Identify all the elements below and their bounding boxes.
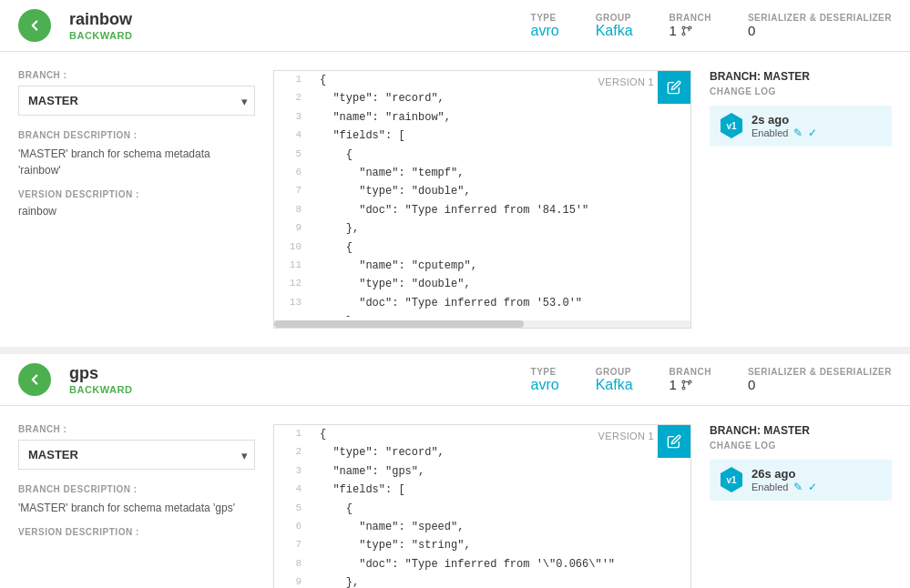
code-line: 11 "name": "cputemp", [274, 257, 690, 275]
meta-branch: BRANCH 1 [670, 367, 711, 392]
branch-label: BRANCH [670, 13, 711, 23]
serializer-label: SERIALIZER & DESERIALIZER [748, 13, 892, 23]
meta-type: TYPE avro [531, 13, 559, 39]
schema-name: gps [69, 364, 132, 384]
line-code: }, [311, 573, 690, 588]
schema-header: rainbow BACKWARD TYPE avro GROUP Kafka B… [0, 0, 910, 52]
edit-button[interactable] [658, 425, 690, 458]
line-code: "doc": "Type inferred from '53.0'" [311, 294, 690, 312]
line-number: 1 [274, 71, 311, 89]
schema-title-block: gps BACKWARD [69, 364, 132, 395]
version-edit-icon[interactable]: ✎ [793, 127, 803, 139]
change-log-label: CHANGE LOG [710, 86, 892, 96]
version-time: 2s ago [752, 113, 817, 127]
branch-master-label: BRANCH: MASTER [710, 70, 892, 83]
branch-value: 1 [670, 23, 693, 38]
branch-select-wrapper: MASTER ▾ [18, 440, 255, 470]
meta-type: TYPE avro [531, 367, 559, 393]
line-code: "doc": "Type inferred from '84.15'" [311, 201, 690, 219]
code-line: 5 { [274, 146, 690, 164]
line-number: 8 [274, 555, 311, 573]
branch-desc-label: BRANCH DESCRIPTION : [18, 130, 255, 140]
meta-branch: BRANCH 1 [670, 13, 711, 38]
version-entry: v1 26s ago Enabled ✎ ✓ [710, 460, 892, 501]
line-code: "fields": [ [311, 481, 690, 499]
left-panel: BRANCH : MASTER ▾ BRANCH DESCRIPTION : '… [18, 424, 255, 588]
line-code: "type": "record", [311, 89, 690, 107]
line-code: }, [311, 312, 690, 317]
line-number: 4 [274, 481, 311, 499]
code-line: 5 { [274, 500, 690, 518]
branch-desc-label: BRANCH DESCRIPTION : [18, 484, 255, 494]
version-badge: VERSION 1 [598, 431, 654, 441]
code-line: 8 "doc": "Type inferred from '\"0.066\"'… [274, 555, 690, 573]
group-label: GROUP [596, 367, 631, 377]
branch-icon [680, 379, 693, 391]
meta-group: TYPE avro GROUP Kafka BRANCH 1 [531, 13, 892, 39]
code-line: 4 "fields": [ [274, 481, 690, 499]
code-block: 1 { 2 "type": "record", 3 "name": "gps",… [274, 425, 690, 588]
line-code: "type": "double", [311, 182, 690, 200]
code-line: 8 "doc": "Type inferred from '84.15'" [274, 201, 690, 219]
schema-card-rainbow: rainbow BACKWARD TYPE avro GROUP Kafka B… [0, 0, 910, 347]
serializer-value: 0 [748, 377, 755, 392]
schema-name: rainbow [69, 10, 132, 30]
code-line: 6 "name": "tempf", [274, 164, 690, 182]
line-code: { [311, 500, 690, 518]
line-code: "name": "cputemp", [311, 257, 690, 275]
code-line: 4 "fields": [ [274, 127, 690, 145]
line-number: 5 [274, 500, 311, 518]
svg-point-5 [682, 387, 685, 390]
line-code: "name": "speed", [311, 518, 690, 536]
line-code: { [311, 238, 690, 257]
branch-select[interactable]: MASTER [18, 440, 255, 470]
change-log-label: CHANGE LOG [710, 441, 892, 451]
code-line: 9 }, [274, 219, 690, 238]
branch-field-label: BRANCH : [18, 70, 255, 80]
version-badge: VERSION 1 [598, 76, 654, 87]
code-panel: VERSION 1 1 { 2 "type": "record", 3 "nam… [273, 70, 691, 329]
line-number: 9 [274, 219, 311, 238]
version-link-icon[interactable]: ✓ [808, 481, 817, 493]
code-table: 1 { 2 "type": "record", 3 "name": "rainb… [274, 71, 690, 317]
edit-button[interactable] [658, 71, 690, 104]
type-value: avro [531, 23, 559, 39]
line-number: 3 [274, 462, 311, 481]
line-code: "name": "gps", [311, 462, 690, 481]
schema-title-block: rainbow BACKWARD [69, 10, 132, 41]
version-edit-icon[interactable]: ✎ [793, 481, 803, 493]
schema-body: BRANCH : MASTER ▾ BRANCH DESCRIPTION : '… [0, 52, 910, 347]
svg-point-3 [682, 380, 685, 383]
code-line: 6 "name": "speed", [274, 518, 690, 536]
code-line: 14 }, [274, 312, 690, 317]
meta-serializer: SERIALIZER & DESERIALIZER 0 [748, 13, 892, 38]
schema-body: BRANCH : MASTER ▾ BRANCH DESCRIPTION : '… [0, 406, 910, 588]
svg-point-0 [682, 26, 685, 29]
code-line: 3 "name": "rainbow", [274, 108, 690, 127]
line-number: 5 [274, 146, 311, 164]
code-line: 13 "doc": "Type inferred from '53.0'" [274, 294, 690, 312]
line-number: 1 [274, 425, 311, 443]
branch-select[interactable]: MASTER [18, 86, 255, 116]
line-number: 6 [274, 518, 311, 536]
meta-group: TYPE avro GROUP Kafka BRANCH 1 [531, 367, 892, 393]
code-line: 7 "type": "string", [274, 536, 690, 554]
line-code: "type": "string", [311, 536, 690, 554]
svg-point-2 [682, 33, 685, 35]
version-status: Enabled ✎ ✓ [752, 127, 817, 139]
code-scrollbar[interactable] [274, 320, 690, 328]
back-button[interactable] [18, 363, 51, 396]
line-code: "type": "double", [311, 275, 690, 293]
back-button[interactable] [18, 9, 51, 42]
code-line: 2 "type": "record", [274, 443, 690, 461]
version-link-icon[interactable]: ✓ [808, 127, 817, 139]
meta-group-item: GROUP Kafka [596, 367, 633, 393]
serializer-label: SERIALIZER & DESERIALIZER [748, 367, 892, 377]
line-code: "type": "record", [311, 443, 690, 461]
edit-icon [667, 434, 681, 449]
line-number: 4 [274, 127, 311, 145]
version-hex-badge: v1 [719, 467, 744, 492]
left-panel: BRANCH : MASTER ▾ BRANCH DESCRIPTION : '… [18, 70, 255, 329]
meta-group-item: GROUP Kafka [596, 13, 633, 39]
line-code: "name": "tempf", [311, 164, 690, 182]
